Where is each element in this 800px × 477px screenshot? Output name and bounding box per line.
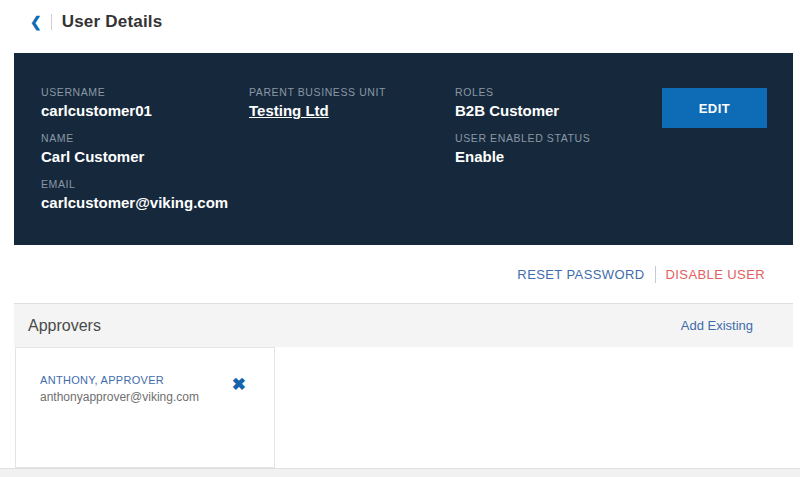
actions-divider [655,266,656,283]
field-username: USERNAME carlcustomer01 [41,86,228,119]
parent-business-unit-link[interactable]: Testing Ltd [249,102,329,119]
approvers-section-header: Approvers Add Existing [14,303,793,347]
username-value: carlcustomer01 [41,102,228,119]
header-divider [51,14,52,30]
parent-business-unit-label: PARENT BUSINESS UNIT [249,86,386,98]
page-header: ❮ User Details [0,0,800,53]
summary-column-3: ROLES B2B Customer USER ENABLED STATUS E… [455,86,590,178]
edit-button[interactable]: EDIT [662,88,767,128]
summary-column-1: USERNAME carlcustomer01 NAME Carl Custom… [41,86,228,224]
approver-email: anthonyapprover@viking.com [40,390,199,404]
username-label: USERNAME [41,86,228,98]
roles-value: B2B Customer [455,102,590,119]
field-roles: ROLES B2B Customer [455,86,590,119]
approvers-title: Approvers [28,317,101,335]
name-label: NAME [41,132,228,144]
field-name: NAME Carl Customer [41,132,228,165]
roles-label: ROLES [455,86,590,98]
next-section-edge [0,468,800,477]
chevron-left-icon: ❮ [30,14,42,30]
user-enabled-status-value: Enable [455,148,590,165]
back-button[interactable]: ❮ [30,15,42,29]
page-title: User Details [62,12,163,32]
add-existing-link[interactable]: Add Existing [681,318,753,333]
remove-approver-icon[interactable]: ✖ [232,376,246,393]
approver-name-link[interactable]: ANTHONY, APPROVER [40,374,199,386]
email-label: EMAIL [41,178,228,190]
summary-column-2: PARENT BUSINESS UNIT Testing Ltd [249,86,386,133]
user-summary-panel: USERNAME carlcustomer01 NAME Carl Custom… [14,53,793,245]
user-enabled-status-label: USER ENABLED STATUS [455,132,590,144]
name-value: Carl Customer [41,148,228,165]
approvers-list: ANTHONY, APPROVER anthonyapprover@viking… [15,347,793,468]
approver-card-text: ANTHONY, APPROVER anthonyapprover@viking… [40,374,199,404]
reset-password-link[interactable]: RESET PASSWORD [517,267,644,282]
approver-card: ANTHONY, APPROVER anthonyapprover@viking… [15,347,275,468]
user-actions-row: RESET PASSWORD DISABLE USER [0,245,800,303]
email-value: carlcustomer@viking.com [41,194,228,211]
user-details-page: ❮ User Details USERNAME carlcustomer01 N… [0,0,800,477]
field-email: EMAIL carlcustomer@viking.com [41,178,228,211]
field-parent-business-unit: PARENT BUSINESS UNIT Testing Ltd [249,86,386,120]
disable-user-link[interactable]: DISABLE USER [666,267,765,282]
field-user-enabled-status: USER ENABLED STATUS Enable [455,132,590,165]
